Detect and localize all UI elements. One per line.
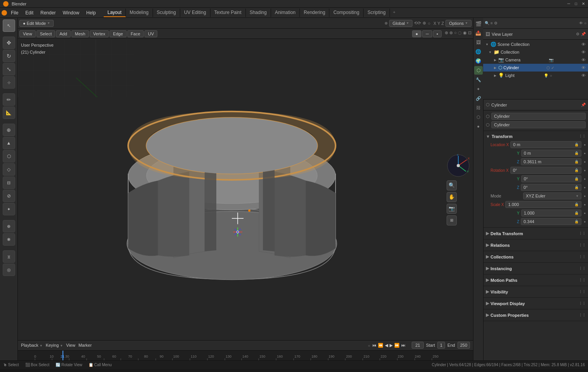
- rotation-z-dot[interactable]: ●: [584, 186, 586, 189]
- outliner-restrict-filter[interactable]: ○: [584, 21, 586, 25]
- annotate-tool-button[interactable]: ✏: [3, 93, 15, 106]
- visibility-options-icon[interactable]: ⋮⋮: [579, 290, 586, 294]
- options-dropdown[interactable]: Options ▼: [445, 20, 471, 27]
- measure-tool-button[interactable]: 📐: [3, 107, 15, 119]
- keying-menu[interactable]: Keying ▼: [46, 343, 63, 348]
- particles-props-icon[interactable]: ✦: [474, 85, 483, 93]
- tab-layout[interactable]: Layout: [104, 9, 126, 17]
- to-sphere-tool-button[interactable]: ◎: [3, 264, 15, 276]
- 3d-viewport[interactable]: User Perspective (21) Cylinder X Y Z: [18, 39, 473, 340]
- menu-edit[interactable]: Edit: [22, 9, 37, 17]
- light-item[interactable]: ▶ 💡 Light 💡 ○ 👁: [483, 72, 588, 79]
- shear-tool-button[interactable]: ⧖: [3, 250, 15, 263]
- edge-menu[interactable]: Edge: [110, 30, 127, 37]
- camera-item[interactable]: ▶ 📷 Camera 📷 👁: [483, 56, 588, 64]
- outliner-filter-icon[interactable]: 🔍: [485, 21, 489, 25]
- nav-gizmo[interactable]: X Y Z: [447, 154, 470, 177]
- location-y-field[interactable]: 0 m 🔒: [521, 150, 581, 157]
- bevel-tool-button[interactable]: ◇: [3, 163, 15, 176]
- menu-render[interactable]: Render: [37, 9, 59, 17]
- add-tool-button[interactable]: ⊕: [3, 124, 15, 136]
- data-name-field[interactable]: Cylinder: [491, 121, 586, 128]
- view-layer-settings-icon[interactable]: ⚙: [576, 32, 579, 36]
- scale-x-dot[interactable]: ●: [584, 203, 586, 206]
- vertex-menu[interactable]: Vertex: [90, 30, 109, 37]
- add-workspace-button[interactable]: +: [390, 9, 398, 17]
- step-forward-button[interactable]: ⏩: [394, 343, 400, 348]
- menu-window[interactable]: Window: [59, 9, 82, 17]
- maximize-button[interactable]: □: [575, 2, 577, 6]
- scale-y-dot[interactable]: ●: [584, 211, 586, 215]
- scene-collection-eye-icon[interactable]: 👁: [581, 42, 586, 47]
- minimize-button[interactable]: ─: [567, 2, 570, 6]
- close-button[interactable]: ✕: [582, 2, 585, 6]
- collections-header[interactable]: ▶ Collections ⋮⋮: [486, 253, 586, 261]
- rotation-x-dot[interactable]: ●: [584, 169, 586, 172]
- jump-end-button[interactable]: ⏭: [401, 343, 405, 348]
- instancing-header[interactable]: ▶ Instancing ⋮⋮: [486, 264, 586, 272]
- view-layer-pin-icon[interactable]: 📌: [581, 32, 586, 36]
- constraints-props-icon[interactable]: ⛓: [474, 103, 483, 112]
- render-props-icon[interactable]: 🎬: [474, 19, 483, 28]
- scale-z-dot[interactable]: ●: [584, 220, 586, 224]
- delta-options-icon[interactable]: ⋮⋮: [579, 232, 586, 236]
- extrude-tool-button[interactable]: ▲: [3, 137, 15, 149]
- transform-section-header[interactable]: ▼ Transform ⋮⋮: [486, 133, 586, 140]
- tab-uv-editing[interactable]: UV Editing: [180, 9, 210, 17]
- rotation-y-field[interactable]: 0° 🔒: [521, 175, 581, 182]
- rotation-mode-dropdown[interactable]: XYZ Euler ▼: [523, 192, 581, 199]
- scale-tool-button[interactable]: ⤡: [3, 63, 15, 75]
- cylinder-eye-icon[interactable]: 👁: [581, 65, 586, 70]
- menu-help[interactable]: Help: [83, 9, 99, 17]
- select-menu[interactable]: Select: [37, 30, 56, 37]
- pan-button[interactable]: ✋: [447, 192, 457, 202]
- physics-props-icon[interactable]: 🔗: [474, 94, 483, 103]
- start-frame-display[interactable]: 1: [437, 342, 445, 349]
- material-props-icon[interactable]: ●: [474, 122, 483, 131]
- transform-tool-button[interactable]: ⊹: [3, 76, 15, 89]
- tab-shading[interactable]: Shading: [246, 9, 271, 17]
- tab-texture-paint[interactable]: Texture Paint: [210, 9, 246, 17]
- playback-menu[interactable]: Playback ▼: [21, 343, 43, 348]
- location-z-field[interactable]: 0.3611 m 🔒: [521, 158, 581, 165]
- viewport-display-options-icon[interactable]: ⋮⋮: [579, 302, 586, 306]
- custom-props-options-icon[interactable]: ⋮⋮: [579, 313, 586, 317]
- current-frame-display[interactable]: 21: [412, 342, 423, 349]
- transform-options-icon[interactable]: ⋮⋮: [579, 134, 586, 138]
- mode-dropdown[interactable]: ● Edit Mode ▼: [19, 20, 54, 27]
- object-props-icon[interactable]: ⬡: [474, 66, 483, 75]
- scene-collection-item[interactable]: ▼ 🌐 Scene Collection 👁: [483, 40, 588, 48]
- timeline-ruler[interactable]: 0 10 21 30 40 50 60 70: [18, 351, 473, 360]
- tab-sculpting[interactable]: Sculpting: [153, 9, 180, 17]
- knife-tool-button[interactable]: ⊘: [3, 190, 15, 202]
- uv-menu[interactable]: UV: [144, 30, 157, 37]
- rotation-mode-dot[interactable]: ●: [584, 194, 586, 198]
- inset-tool-button[interactable]: ⬡: [3, 150, 15, 162]
- rotation-x-field[interactable]: 0° 🔒: [510, 167, 581, 174]
- mesh-menu[interactable]: Mesh: [71, 30, 89, 37]
- view-menu-timeline[interactable]: View: [66, 343, 75, 348]
- relations-header[interactable]: ▶ Relations ⋮⋮: [486, 241, 586, 249]
- outliner-filter2-icon[interactable]: ⚙: [494, 21, 498, 25]
- view-layer-props-icon[interactable]: 🖼: [474, 38, 483, 47]
- rotate-tool-button[interactable]: ↻: [3, 50, 15, 62]
- motion-paths-options-icon[interactable]: ⋮⋮: [579, 278, 586, 282]
- add-menu[interactable]: Add: [56, 30, 71, 37]
- outliner-sort-icon[interactable]: ≡: [491, 21, 493, 25]
- play-button[interactable]: ▶: [390, 343, 393, 348]
- location-y-dot[interactable]: ●: [584, 152, 586, 155]
- vertex-slide-tool-button[interactable]: ⊕: [3, 220, 15, 232]
- outliner-eye-filter[interactable]: 👁: [579, 21, 583, 25]
- object-name-field[interactable]: Cylinder: [491, 113, 586, 120]
- modifier-props-icon[interactable]: 🔧: [474, 75, 483, 84]
- motion-paths-header[interactable]: ▶ Motion Paths ⋮⋮: [486, 276, 586, 284]
- scene-props-icon[interactable]: 🌐: [474, 47, 483, 56]
- tab-animation[interactable]: Animation: [271, 9, 300, 17]
- play-back-button[interactable]: ◀: [385, 343, 388, 348]
- instancing-options-icon[interactable]: ⋮⋮: [579, 267, 586, 271]
- face-select-btn[interactable]: ▪: [433, 30, 442, 37]
- edge-select-btn[interactable]: ─: [422, 30, 432, 37]
- collections-options-icon[interactable]: ⋮⋮: [579, 255, 586, 259]
- collection-item[interactable]: ▼ 📁 Collection 👁: [483, 48, 588, 56]
- viewport-display-header[interactable]: ▶ Viewport Display ⋮⋮: [486, 299, 586, 307]
